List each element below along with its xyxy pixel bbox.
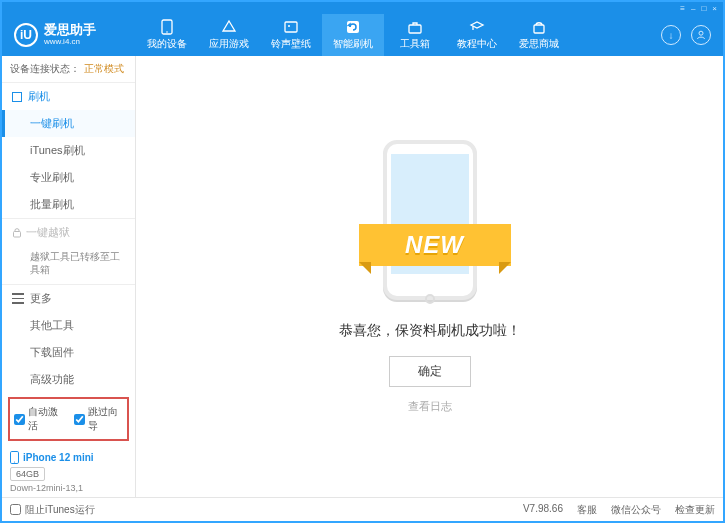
block-itunes-checkbox[interactable]: 阻止iTunes运行	[10, 503, 95, 517]
svg-point-10	[14, 461, 15, 462]
sidebar: 设备连接状态： 正常模式 刷机 一键刷机 iTunes刷机 专业刷机 批量刷机 …	[2, 56, 136, 497]
nav-tutorial[interactable]: 教程中心	[446, 14, 508, 56]
titlebar: ≡ – □ ×	[2, 2, 723, 14]
menu-icon[interactable]: ≡	[680, 4, 685, 13]
skip-guide-checkbox[interactable]: 跳过向导	[74, 405, 124, 433]
minimize-icon[interactable]: –	[691, 4, 695, 13]
sidebar-item-jailbreak: 一键越狱	[2, 219, 135, 246]
sidebar-item-itunes-flash[interactable]: iTunes刷机	[2, 137, 135, 164]
success-message: 恭喜您，保资料刷机成功啦！	[339, 322, 521, 340]
sidebar-item-other-tools[interactable]: 其他工具	[2, 312, 135, 339]
connection-status: 设备连接状态： 正常模式	[2, 56, 135, 82]
svg-point-3	[288, 25, 290, 27]
storage-badge: 64GB	[10, 467, 45, 481]
toolbox-icon	[407, 19, 423, 35]
new-ribbon: NEW	[359, 224, 511, 266]
nav-toolbox[interactable]: 工具箱	[384, 14, 446, 56]
device-icon	[159, 19, 175, 35]
brand: iU 爱思助手 www.i4.cn	[2, 23, 136, 47]
body: 设备连接状态： 正常模式 刷机 一键刷机 iTunes刷机 专业刷机 批量刷机 …	[2, 56, 723, 497]
phone-icon	[10, 451, 19, 464]
wechat-link[interactable]: 微信公众号	[611, 503, 661, 517]
media-icon	[283, 19, 299, 35]
user-icon[interactable]	[691, 25, 711, 45]
hamburger-icon	[12, 293, 24, 304]
sidebar-item-download-fw[interactable]: 下载固件	[2, 339, 135, 366]
apps-icon	[221, 19, 237, 35]
svg-rect-5	[409, 25, 421, 33]
footer: 阻止iTunes运行 V7.98.66 客服 微信公众号 检查更新	[2, 497, 723, 521]
nav-my-device[interactable]: 我的设备	[136, 14, 198, 56]
svg-rect-6	[534, 25, 544, 33]
header-right: ↓	[649, 25, 723, 45]
flash-section-head[interactable]: 刷机	[2, 83, 135, 110]
store-icon	[531, 19, 547, 35]
ok-button[interactable]: 确定	[389, 356, 471, 387]
more-section-head[interactable]: 更多	[2, 285, 135, 312]
maximize-icon[interactable]: □	[701, 4, 706, 13]
version-label: V7.98.66	[523, 503, 563, 517]
header: iU 爱思助手 www.i4.cn 我的设备 应用游戏 铃声壁纸 智能刷机	[2, 14, 723, 56]
tutorial-icon	[469, 19, 485, 35]
jailbreak-note: 越狱工具已转移至工具箱	[2, 246, 135, 284]
firmware-info: Down-12mini-13,1	[10, 483, 127, 493]
check-update-link[interactable]: 检查更新	[675, 503, 715, 517]
device-info: iPhone 12 mini 64GB Down-12mini-13,1	[2, 445, 135, 499]
sidebar-item-batch-flash[interactable]: 批量刷机	[2, 191, 135, 218]
flash-icon	[345, 19, 361, 35]
sidebar-item-onekey-flash[interactable]: 一键刷机	[2, 110, 135, 137]
main-content: NEW 恭喜您，保资料刷机成功啦！ 确定 查看日志	[136, 56, 723, 497]
sidebar-item-pro-flash[interactable]: 专业刷机	[2, 164, 135, 191]
checkbox-group: 自动激活 跳过向导	[8, 397, 129, 441]
auto-activate-checkbox[interactable]: 自动激活	[14, 405, 64, 433]
top-nav: 我的设备 应用游戏 铃声壁纸 智能刷机 工具箱 教程中心	[136, 14, 649, 56]
view-log-link[interactable]: 查看日志	[408, 399, 452, 414]
device-name[interactable]: iPhone 12 mini	[10, 451, 127, 464]
download-icon[interactable]: ↓	[661, 25, 681, 45]
lock-icon	[12, 227, 22, 238]
sidebar-item-advanced[interactable]: 高级功能	[2, 366, 135, 393]
svg-point-7	[699, 31, 703, 35]
brand-logo-icon: iU	[14, 23, 38, 47]
phone-illustration: NEW	[365, 140, 495, 310]
nav-media[interactable]: 铃声壁纸	[260, 14, 322, 56]
nav-flash[interactable]: 智能刷机	[322, 14, 384, 56]
close-icon[interactable]: ×	[712, 4, 717, 13]
nav-store[interactable]: 爱思商城	[508, 14, 570, 56]
nav-apps[interactable]: 应用游戏	[198, 14, 260, 56]
svg-rect-4	[347, 21, 359, 33]
app-window: ≡ – □ × iU 爱思助手 www.i4.cn 我的设备 应用游戏 铃声壁纸	[0, 0, 725, 523]
customer-service-link[interactable]: 客服	[577, 503, 597, 517]
brand-url: www.i4.cn	[44, 38, 96, 47]
square-icon	[12, 92, 22, 102]
svg-point-1	[166, 31, 168, 33]
svg-rect-2	[285, 22, 297, 32]
svg-rect-8	[14, 232, 21, 238]
brand-name: 爱思助手	[44, 23, 96, 37]
